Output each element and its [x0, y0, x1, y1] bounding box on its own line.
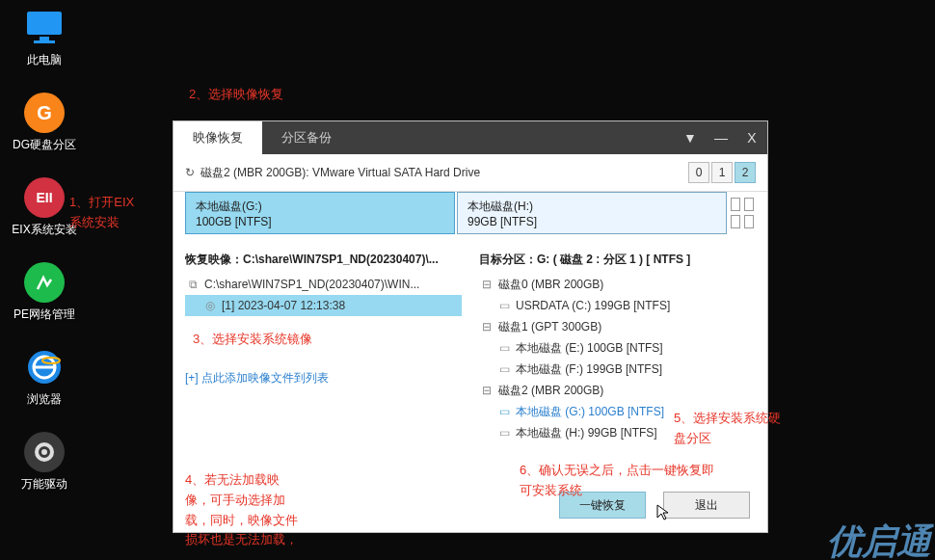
partition-g[interactable]: 本地磁盘(G:) 100GB [NTFS] [185, 192, 455, 234]
watermark: 优启通 [827, 519, 931, 560]
partition-name: 本地磁盘(G:) [196, 199, 444, 215]
svg-rect-2 [34, 40, 55, 43]
folder-icon: ⧉ [185, 274, 200, 295]
annotation-6: 6、确认无误之后，点击一键恢复即 可安装系统 [520, 461, 714, 501]
image-icon: ◎ [202, 295, 218, 316]
restore-image-label: 恢复映像：C:\share\WIN7SP1_ND(20230407)\... [185, 244, 462, 274]
disk-name: 磁盘2 (MBR 200GB): VMware Virtual SATA Har… [200, 165, 686, 181]
disk-2[interactable]: ⊟磁盘2 (MBR 200GB) [479, 380, 756, 401]
desktop-icon-pe-net[interactable]: PE网络管理 [12, 262, 77, 323]
partition-icon: ▭ [496, 422, 512, 443]
disk-0[interactable]: ⊟磁盘0 (MBR 200GB) [479, 274, 756, 295]
desktop-icon-label: 此电脑 [12, 52, 77, 68]
partition-icon: ▭ [496, 359, 512, 380]
target-partition-label: 目标分区：G: ( 磁盘 2 : 分区 1 ) [ NTFS ] [479, 244, 756, 274]
add-image-link[interactable]: [+] 点此添加映像文件到列表 [185, 316, 462, 387]
desktop-icon-driver[interactable]: 万能驱动 [12, 432, 77, 493]
disk-num-1[interactable]: 1 [711, 162, 733, 183]
disk-num-0[interactable]: 0 [688, 162, 709, 183]
titlebar-minimize[interactable]: — [706, 121, 736, 154]
disk-selector-bar: ↻ 磁盘2 (MBR 200GB): VMware Virtual SATA H… [174, 154, 767, 192]
partition-name: 本地磁盘(H:) [468, 199, 716, 215]
annotation-5: 5、选择安装系统硬 盘分区 [674, 409, 781, 449]
svg-rect-0 [27, 12, 62, 35]
annotation-2: 2、选择映像恢复 [189, 85, 283, 105]
desktop-icon-label: 浏览器 [12, 391, 77, 408]
tab-image-restore[interactable]: 映像恢复 [174, 121, 262, 154]
desktop-icon-browser[interactable]: 浏览器 [12, 347, 77, 408]
image-version-label: [1] 2023-04-07 12:13:38 [222, 295, 345, 316]
image-folder[interactable]: ⧉ C:\share\WIN7SP1_ND(20230407)\WIN... [185, 274, 462, 295]
titlebar: 映像恢复 分区备份 ▼ — X [174, 121, 767, 154]
image-path: C:\share\WIN7SP1_ND(20230407)\WIN... [204, 274, 419, 295]
partition-h[interactable]: 本地磁盘(H:) 99GB [NTFS] [457, 192, 727, 234]
desktop-icon-label: PE网络管理 [12, 307, 77, 323]
disk-icon: ⊟ [479, 380, 494, 401]
disk-icon: ⊟ [479, 316, 494, 337]
dg-icon: G [24, 93, 65, 133]
eix-icon: EII [24, 177, 65, 218]
partition-icon: ▭ [496, 295, 512, 316]
gear-icon [24, 432, 65, 472]
refresh-icon[interactable]: ↻ [185, 166, 195, 179]
disk-1[interactable]: ⊟磁盘1 (GPT 300GB) [479, 316, 756, 337]
svg-point-6 [41, 449, 47, 455]
disk-1-part-f[interactable]: ▭本地磁盘 (F:) 199GB [NTFS] [479, 359, 756, 380]
grid-view-icon[interactable] [729, 192, 756, 234]
disk-1-part-e[interactable]: ▭本地磁盘 (E:) 100GB [NTFS] [479, 337, 756, 359]
desktop-icon-dg-disk[interactable]: G DG硬盘分区 [12, 93, 77, 153]
partition-size: 100GB [NTFS] [196, 215, 444, 228]
disk-icon: ⊟ [479, 274, 494, 295]
partition-icon: ▭ [496, 401, 512, 422]
tab-partition-backup[interactable]: 分区备份 [262, 121, 351, 154]
desktop-icon-label: EIX系统安装 [12, 222, 77, 238]
annotation-4: 4、若无法加载映 像，可手动选择加 载，同时，映像文件 损坏也是无法加载， [185, 470, 298, 550]
monitor-icon [24, 8, 65, 48]
disk-num-2[interactable]: 2 [735, 162, 756, 183]
ie-icon [24, 347, 65, 387]
desktop-icon-label: DG硬盘分区 [12, 137, 77, 153]
image-version[interactable]: ◎ [1] 2023-04-07 12:13:38 [185, 295, 462, 316]
disk-0-part-c[interactable]: ▭USRDATA (C:) 199GB [NTFS] [479, 295, 756, 316]
annotation-3: 3、选择安装系统镜像 [193, 330, 312, 350]
desktop-icon-this-pc[interactable]: 此电脑 [12, 8, 77, 68]
partition-map: 本地磁盘(G:) 100GB [NTFS] 本地磁盘(H:) 99GB [NTF… [174, 192, 767, 244]
svg-rect-1 [40, 37, 49, 40]
titlebar-dropdown[interactable]: ▼ [675, 121, 706, 154]
desktop-icon-label: 万能驱动 [12, 476, 77, 493]
partition-icon: ▭ [496, 337, 512, 359]
titlebar-close[interactable]: X [736, 121, 767, 154]
network-icon [24, 262, 65, 303]
partition-size: 99GB [NTFS] [468, 215, 716, 228]
annotation-1: 1、打开EIX 系统安装 [69, 193, 134, 233]
desktop-icon-eix[interactable]: EII EIX系统安装 [12, 177, 77, 238]
